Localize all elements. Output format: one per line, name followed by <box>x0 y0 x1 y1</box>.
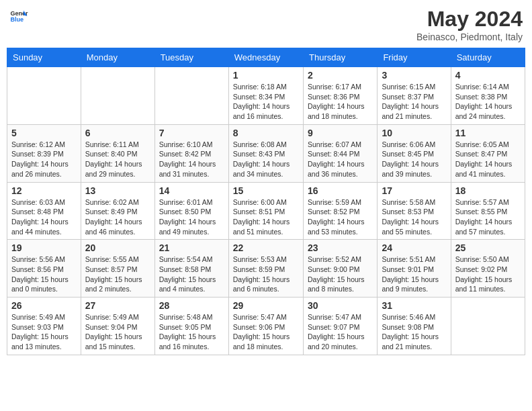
day-number: 13 <box>85 185 150 196</box>
column-header-thursday: Thursday <box>303 48 377 67</box>
calendar-week-row: 5Sunrise: 6:12 AM Sunset: 8:39 PM Daylig… <box>7 124 525 182</box>
day-info: Sunrise: 6:05 AM Sunset: 8:47 PM Dayligh… <box>455 140 521 179</box>
day-info: Sunrise: 5:58 AM Sunset: 8:53 PM Dayligh… <box>382 197 446 237</box>
calendar-cell: 28Sunrise: 5:48 AM Sunset: 9:05 PM Dayli… <box>154 298 228 355</box>
column-header-saturday: Saturday <box>451 48 525 67</box>
day-number: 17 <box>382 185 446 196</box>
calendar-cell: 12Sunrise: 6:03 AM Sunset: 8:48 PM Dayli… <box>7 182 81 240</box>
day-info: Sunrise: 5:47 AM Sunset: 9:06 PM Dayligh… <box>233 312 299 352</box>
calendar-cell: 4Sunrise: 6:14 AM Sunset: 8:38 PM Daylig… <box>451 67 525 125</box>
calendar-cell <box>81 67 154 125</box>
logo-icon: General Blue <box>9 7 28 26</box>
day-info: Sunrise: 5:46 AM Sunset: 9:08 PM Dayligh… <box>382 312 446 352</box>
day-number: 6 <box>85 128 150 138</box>
day-number: 24 <box>382 242 446 253</box>
calendar-cell: 14Sunrise: 6:01 AM Sunset: 8:50 PM Dayli… <box>154 182 228 240</box>
day-info: Sunrise: 5:48 AM Sunset: 9:05 PM Dayligh… <box>159 312 224 352</box>
column-header-monday: Monday <box>81 48 154 67</box>
calendar-cell: 2Sunrise: 6:17 AM Sunset: 8:36 PM Daylig… <box>303 67 377 125</box>
day-info: Sunrise: 6:03 AM Sunset: 8:48 PM Dayligh… <box>11 197 77 237</box>
calendar-cell: 31Sunrise: 5:46 AM Sunset: 9:08 PM Dayli… <box>378 298 451 355</box>
day-info: Sunrise: 5:57 AM Sunset: 8:55 PM Dayligh… <box>455 197 521 237</box>
day-info: Sunrise: 6:15 AM Sunset: 8:37 PM Dayligh… <box>382 82 446 122</box>
day-number: 12 <box>11 185 77 196</box>
calendar-cell: 27Sunrise: 5:49 AM Sunset: 9:04 PM Dayli… <box>81 298 154 355</box>
column-header-sunday: Sunday <box>7 48 81 67</box>
calendar-cell: 24Sunrise: 5:51 AM Sunset: 9:01 PM Dayli… <box>378 240 451 298</box>
day-info: Sunrise: 5:51 AM Sunset: 9:01 PM Dayligh… <box>382 255 446 294</box>
day-info: Sunrise: 5:49 AM Sunset: 9:03 PM Dayligh… <box>11 312 77 352</box>
day-number: 22 <box>233 242 299 253</box>
calendar-week-row: 26Sunrise: 5:49 AM Sunset: 9:03 PM Dayli… <box>7 298 525 355</box>
day-number: 30 <box>308 300 373 311</box>
day-info: Sunrise: 6:18 AM Sunset: 8:34 PM Dayligh… <box>233 82 299 122</box>
calendar-week-row: 1Sunrise: 6:18 AM Sunset: 8:34 PM Daylig… <box>7 67 525 125</box>
calendar-week-row: 19Sunrise: 5:56 AM Sunset: 8:56 PM Dayli… <box>7 240 525 298</box>
day-info: Sunrise: 5:53 AM Sunset: 8:59 PM Dayligh… <box>233 255 299 294</box>
day-info: Sunrise: 6:08 AM Sunset: 8:43 PM Dayligh… <box>233 140 299 179</box>
column-header-wednesday: Wednesday <box>228 48 303 67</box>
calendar-header-row: SundayMondayTuesdayWednesdayThursdayFrid… <box>7 48 525 67</box>
day-number: 21 <box>159 242 224 253</box>
day-info: Sunrise: 6:06 AM Sunset: 8:45 PM Dayligh… <box>382 140 446 179</box>
day-info: Sunrise: 6:14 AM Sunset: 8:38 PM Dayligh… <box>455 82 521 122</box>
calendar-cell: 17Sunrise: 5:58 AM Sunset: 8:53 PM Dayli… <box>378 182 451 240</box>
calendar-cell: 5Sunrise: 6:12 AM Sunset: 8:39 PM Daylig… <box>7 124 81 182</box>
day-number: 3 <box>382 70 446 81</box>
calendar-cell: 8Sunrise: 6:08 AM Sunset: 8:43 PM Daylig… <box>228 124 303 182</box>
location: Beinasco, Piedmont, Italy <box>416 32 523 42</box>
day-number: 15 <box>233 185 299 196</box>
day-number: 19 <box>11 242 77 253</box>
day-number: 26 <box>11 300 77 311</box>
calendar-cell: 16Sunrise: 5:59 AM Sunset: 8:52 PM Dayli… <box>303 182 377 240</box>
day-number: 29 <box>233 300 299 311</box>
calendar-cell: 7Sunrise: 6:10 AM Sunset: 8:42 PM Daylig… <box>154 124 228 182</box>
day-info: Sunrise: 5:47 AM Sunset: 9:07 PM Dayligh… <box>308 312 373 352</box>
calendar-cell: 9Sunrise: 6:07 AM Sunset: 8:44 PM Daylig… <box>303 124 377 182</box>
logo: General Blue <box>9 7 28 26</box>
calendar-cell <box>7 67 81 125</box>
day-info: Sunrise: 6:07 AM Sunset: 8:44 PM Dayligh… <box>308 140 373 179</box>
day-info: Sunrise: 6:17 AM Sunset: 8:36 PM Dayligh… <box>308 82 373 122</box>
calendar-cell: 11Sunrise: 6:05 AM Sunset: 8:47 PM Dayli… <box>451 124 525 182</box>
day-number: 11 <box>455 128 521 138</box>
day-number: 18 <box>455 185 521 196</box>
day-number: 4 <box>455 70 521 81</box>
day-number: 2 <box>308 70 373 81</box>
day-info: Sunrise: 5:59 AM Sunset: 8:52 PM Dayligh… <box>308 197 373 237</box>
day-number: 25 <box>455 242 521 253</box>
calendar-cell: 3Sunrise: 6:15 AM Sunset: 8:37 PM Daylig… <box>378 67 451 125</box>
calendar-cell: 6Sunrise: 6:11 AM Sunset: 8:40 PM Daylig… <box>81 124 154 182</box>
month-title: May 2024 <box>416 7 523 32</box>
column-header-tuesday: Tuesday <box>154 48 228 67</box>
day-number: 31 <box>382 300 446 311</box>
day-info: Sunrise: 5:56 AM Sunset: 8:56 PM Dayligh… <box>11 255 77 294</box>
day-number: 27 <box>85 300 150 311</box>
calendar-cell: 25Sunrise: 5:50 AM Sunset: 9:02 PM Dayli… <box>451 240 525 298</box>
calendar-cell: 21Sunrise: 5:54 AM Sunset: 8:58 PM Dayli… <box>154 240 228 298</box>
calendar-cell: 10Sunrise: 6:06 AM Sunset: 8:45 PM Dayli… <box>378 124 451 182</box>
calendar-cell: 20Sunrise: 5:55 AM Sunset: 8:57 PM Dayli… <box>81 240 154 298</box>
calendar-cell: 18Sunrise: 5:57 AM Sunset: 8:55 PM Dayli… <box>451 182 525 240</box>
column-header-friday: Friday <box>378 48 451 67</box>
svg-text:Blue: Blue <box>10 16 24 23</box>
calendar-cell: 26Sunrise: 5:49 AM Sunset: 9:03 PM Dayli… <box>7 298 81 355</box>
day-number: 1 <box>233 70 299 81</box>
day-number: 23 <box>308 242 373 253</box>
calendar-cell: 1Sunrise: 6:18 AM Sunset: 8:34 PM Daylig… <box>228 67 303 125</box>
day-number: 7 <box>159 128 224 138</box>
day-number: 14 <box>159 185 224 196</box>
day-number: 9 <box>308 128 373 138</box>
day-info: Sunrise: 5:54 AM Sunset: 8:58 PM Dayligh… <box>159 255 224 294</box>
calendar-cell: 19Sunrise: 5:56 AM Sunset: 8:56 PM Dayli… <box>7 240 81 298</box>
calendar-cell: 15Sunrise: 6:00 AM Sunset: 8:51 PM Dayli… <box>228 182 303 240</box>
calendar-table: SundayMondayTuesdayWednesdayThursdayFrid… <box>7 48 525 355</box>
calendar-cell: 29Sunrise: 5:47 AM Sunset: 9:06 PM Dayli… <box>228 298 303 355</box>
day-info: Sunrise: 5:55 AM Sunset: 8:57 PM Dayligh… <box>85 255 150 294</box>
day-info: Sunrise: 6:00 AM Sunset: 8:51 PM Dayligh… <box>233 197 299 237</box>
calendar-cell <box>154 67 228 125</box>
day-info: Sunrise: 6:11 AM Sunset: 8:40 PM Dayligh… <box>85 140 150 179</box>
day-number: 16 <box>308 185 373 196</box>
day-info: Sunrise: 5:50 AM Sunset: 9:02 PM Dayligh… <box>455 255 521 294</box>
calendar-cell: 13Sunrise: 6:02 AM Sunset: 8:49 PM Dayli… <box>81 182 154 240</box>
